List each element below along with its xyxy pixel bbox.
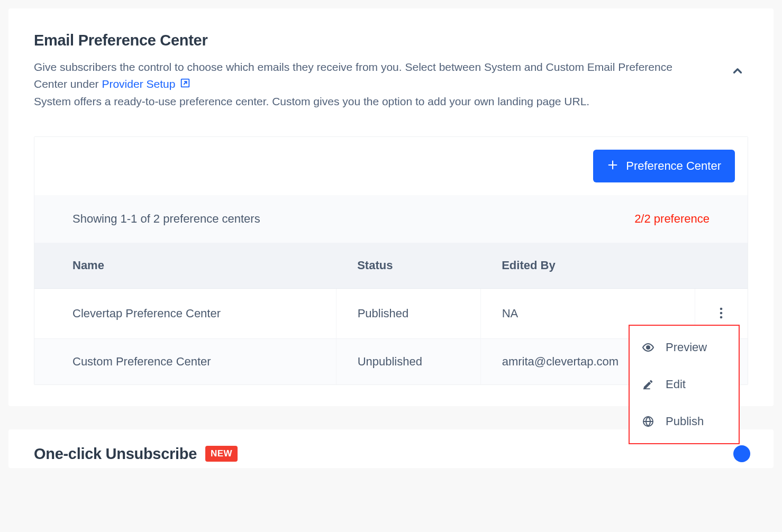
add-preference-center-button[interactable]: Preference Center [593, 150, 735, 182]
panel-title-wrap: One-click Unsubscribe NEW [34, 445, 238, 463]
cell-name: Clevertap Preference Center [34, 288, 336, 338]
collapse-toggle[interactable] [727, 61, 748, 82]
menu-item-preview[interactable]: Preview [641, 341, 727, 354]
svg-point-4 [720, 311, 723, 314]
kebab-icon [720, 307, 723, 319]
new-badge: NEW [205, 446, 238, 462]
description-part-2: System offers a ready-to-use preference … [34, 95, 589, 107]
col-header-name: Name [34, 243, 336, 289]
provider-setup-link[interactable]: Provider Setup [102, 78, 191, 90]
menu-item-publish[interactable]: Publish [641, 415, 727, 428]
globe-icon [641, 415, 655, 428]
table-toolbar: Preference Center [34, 137, 748, 195]
col-header-status: Status [336, 243, 480, 289]
add-button-label: Preference Center [626, 159, 721, 173]
row-actions-menu-button[interactable] [713, 305, 730, 322]
provider-setup-link-label: Provider Setup [102, 78, 175, 90]
section-title: Email Preference Center [34, 32, 706, 49]
menu-item-label: Preview [666, 341, 707, 354]
external-link-icon [179, 77, 191, 94]
preference-usage-count: 2/2 preference [634, 212, 710, 226]
panel-header: Email Preference Center Give subscribers… [34, 32, 748, 110]
one-click-toggle[interactable] [717, 446, 748, 462]
menu-item-label: Edit [666, 378, 686, 391]
cell-status: Unpublished [336, 338, 480, 384]
svg-point-6 [647, 346, 650, 349]
cell-status: Published [336, 288, 480, 338]
plus-icon [607, 159, 619, 173]
table-meta-row: Showing 1-1 of 2 preference centers 2/2 … [34, 195, 748, 243]
eye-icon [641, 341, 655, 354]
menu-item-edit[interactable]: Edit [641, 378, 727, 391]
section-description: Give subscribers the control to choose w… [34, 59, 706, 110]
email-preference-center-panel: Email Preference Center Give subscribers… [8, 8, 774, 406]
row-context-menu: Preview Edit Publish [629, 325, 740, 444]
col-header-actions [695, 243, 748, 289]
menu-item-label: Publish [666, 415, 704, 428]
cell-name: Custom Preference Center [34, 338, 336, 384]
section-title: One-click Unsubscribe [34, 445, 197, 463]
svg-point-3 [720, 307, 723, 310]
table-header-row: Name Status Edited By [34, 243, 748, 289]
toggle-knob [733, 445, 750, 462]
col-header-edited-by: Edited By [480, 243, 695, 289]
svg-rect-7 [643, 388, 650, 389]
pencil-icon [641, 379, 655, 390]
chevron-up-icon [731, 64, 744, 80]
panel-header-text: Email Preference Center Give subscribers… [34, 32, 727, 110]
showing-count-text: Showing 1-1 of 2 preference centers [72, 212, 260, 226]
svg-point-5 [720, 316, 723, 318]
